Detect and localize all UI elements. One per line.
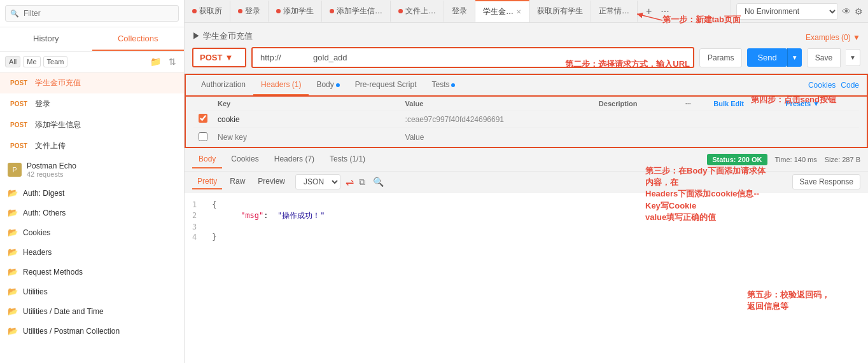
tab-huoqu-all[interactable]: 获取所有学生 (529, 1, 591, 22)
format-preview-button[interactable]: Preview (253, 174, 290, 189)
tab-tianjia2[interactable]: 添加学生信… (322, 1, 391, 22)
format-raw-button[interactable]: Raw (225, 174, 250, 189)
subnav-team[interactable]: Team (43, 56, 68, 67)
header-row: cookie :ceae97c997f40fd424696691 (193, 111, 859, 128)
request-area: ▶ 学生金币充值 Examples (0) ▼ POST ▼ Params Se… (185, 23, 868, 74)
tab-denglu[interactable]: 登录 (230, 1, 269, 22)
collection-utilities[interactable]: 📂 Utilities (0, 282, 184, 301)
params-button[interactable]: Params (699, 48, 742, 67)
save-button[interactable]: Save (807, 48, 841, 67)
tabs-actions: + ··· (638, 4, 678, 18)
col-dots: ··· (680, 97, 709, 111)
sidebar-filter-area: 🔍 (0, 0, 184, 27)
sort-icon[interactable]: ⇅ (166, 55, 179, 68)
collection-name: Headers (23, 248, 52, 257)
new-header-row (193, 128, 859, 147)
req-tab-prerequest[interactable]: Pre-request Script (347, 75, 424, 95)
req-tab-headers[interactable]: Headers (1) (253, 75, 309, 95)
sidebar-item-add-student[interactable]: POST 添加学生信息 (0, 114, 184, 135)
collection-name: Request Methods (23, 268, 83, 277)
col-presets: Presets ▼ (780, 97, 859, 111)
sub-nav: All Me Team 📁 ⇅ (0, 51, 184, 72)
collection-auth-digest[interactable]: 📂 Auth: Digest (0, 183, 184, 203)
subnav-me[interactable]: Me (23, 56, 40, 67)
collection-request-methods[interactable]: 📂 Request Methods (0, 262, 184, 282)
sidebar: 🔍 History Collections All Me Team 📁 ⇅ PO… (0, 0, 185, 363)
status-badge: Status: 200 OK (707, 154, 767, 165)
tab-zhengchang[interactable]: 正常情… (591, 1, 638, 22)
new-key-input[interactable] (218, 130, 395, 144)
format-icon[interactable]: ⇌ (346, 176, 354, 188)
tab-huoqu[interactable]: 获取所 (185, 1, 230, 22)
body-line-2: 2 "msg": "操作成功！" (192, 210, 860, 221)
code-link[interactable]: Code (841, 81, 859, 90)
tab-label: 获取所 (199, 6, 222, 17)
echo-sub: 42 requests (27, 170, 76, 178)
resp-tab-tests[interactable]: Tests (1/1) (323, 151, 372, 168)
resp-tab-headers[interactable]: Headers (7) (268, 151, 321, 168)
collection-cookies[interactable]: 📂 Cookies (0, 223, 184, 242)
format-pretty-button[interactable]: Pretty (192, 174, 222, 189)
method-select[interactable]: POST ▼ (192, 48, 246, 67)
cookies-link[interactable]: Cookies (808, 81, 836, 90)
req-tab-auth[interactable]: Authorization (193, 75, 253, 95)
request-row: POST ▼ Params Send ▼ Save ▼ (192, 47, 860, 68)
collection-auth-others[interactable]: 📂 Auth: Others (0, 203, 184, 223)
collection-postman-echo[interactable]: P Postman Echo 42 requests (0, 156, 184, 183)
collection-name: Auth: Others (23, 209, 66, 217)
item-name: 学生金币充值 (35, 78, 81, 88)
method-badge-post: POST (8, 79, 30, 87)
body-line-3: 3 (192, 223, 860, 231)
sidebar-item-login[interactable]: POST 登录 (0, 93, 184, 114)
req-tab-body[interactable]: Body (309, 75, 347, 95)
resp-tab-body[interactable]: Body (192, 151, 222, 168)
search-resp-icon[interactable]: 🔍 (370, 175, 386, 188)
header-checkbox[interactable] (199, 114, 207, 123)
save-dropdown-button[interactable]: ▼ (846, 49, 860, 66)
sidebar-item-gold[interactable]: POST 学生金币充值 (0, 72, 184, 93)
collection-utilities-date[interactable]: 📂 Utilities / Date and Time (0, 301, 184, 321)
subnav-all[interactable]: All (5, 56, 20, 67)
tab-dot (398, 9, 403, 13)
save-response-button[interactable]: Save Response (792, 174, 860, 189)
collection-headers[interactable]: 📂 Headers (0, 242, 184, 262)
eye-icon[interactable]: 👁 (842, 6, 851, 17)
url-input[interactable] (251, 47, 694, 68)
collection-utilities-postman[interactable]: 📂 Utilities / Postman Collection (0, 321, 184, 341)
format-select[interactable]: JSON (295, 174, 340, 189)
new-header-checkbox[interactable] (199, 132, 207, 141)
resp-tab-cookies[interactable]: Cookies (225, 151, 265, 168)
req-tab-tests[interactable]: Tests (424, 75, 463, 95)
new-value-input[interactable] (405, 130, 589, 144)
send-dropdown-button[interactable]: ▼ (787, 48, 802, 67)
sidebar-item-file-upload[interactable]: POST 文件上传 (0, 135, 184, 156)
tab-label: 登录 (452, 6, 467, 17)
tab-tianjia[interactable]: 添加学生 (269, 1, 322, 22)
tests-dot (451, 83, 455, 87)
collection-name: Utilities / Date and Time (23, 307, 104, 316)
tab-denglu2[interactable]: 登录 (444, 1, 475, 22)
tab-collections[interactable]: Collections (92, 27, 185, 51)
collection-name: Auth: Digest (23, 189, 64, 198)
tab-history[interactable]: History (0, 27, 92, 51)
search-icon: 🔍 (10, 10, 19, 18)
folder-icon: 📂 (8, 306, 18, 316)
examples-link[interactable]: Examples (0) ▼ (806, 33, 860, 42)
environment-select[interactable]: No Environment (736, 3, 838, 20)
tabs-more-button[interactable]: ··· (657, 4, 672, 18)
settings-icon[interactable]: ⚙ (855, 6, 863, 17)
collection-name: Cookies (23, 228, 50, 237)
new-collection-icon[interactable]: 📁 (148, 55, 164, 68)
folder-icon: 📂 (8, 287, 18, 296)
tab-xuesheng[interactable]: 学生金… ✕ (475, 0, 529, 22)
tab-dot (192, 9, 197, 13)
tab-wenjian[interactable]: 文件上… (391, 1, 444, 22)
method-badge-post: POST (8, 121, 30, 129)
send-button[interactable]: Send (747, 48, 787, 67)
tab-close-icon[interactable]: ✕ (516, 8, 521, 15)
response-time: Time: 140 ms (775, 156, 817, 163)
filter-input[interactable] (5, 5, 179, 22)
top-bar: 获取所 登录 添加学生 添加学生信… 文件上… (185, 0, 868, 23)
copy-icon[interactable]: ⧉ (356, 175, 368, 189)
add-tab-button[interactable]: + (643, 4, 655, 18)
